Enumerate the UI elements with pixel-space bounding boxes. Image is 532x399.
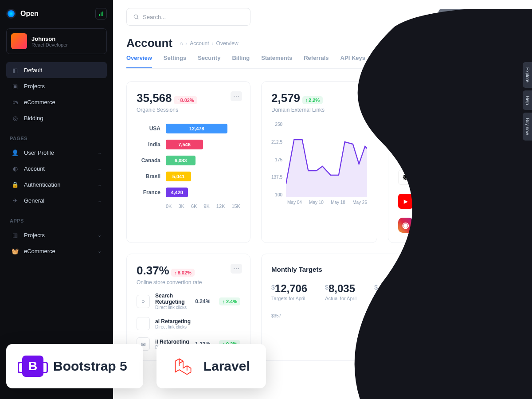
dribbble-icon: ⬤	[398, 122, 413, 137]
main-content: Search... + Invite Create App Account ⌂ …	[113, 0, 532, 399]
delta-badge: ↑ 0.2%	[487, 173, 509, 181]
tab-logs[interactable]: Logs	[377, 55, 391, 68]
target-metric: $8,035 Actual for April	[325, 282, 356, 301]
channel-icon: ○	[137, 295, 150, 308]
instagram-icon: ◉	[398, 218, 413, 233]
delta-badge: ↑ 2.2%	[302, 96, 323, 104]
nav-icon: 🔒	[12, 181, 19, 188]
youtube-icon: ▶	[398, 194, 413, 209]
rail-explore[interactable]: Explore	[523, 62, 532, 88]
card-menu-icon[interactable]: ⋯	[231, 264, 242, 274]
social-visits-card: ⋯ 5,037 ↑ 2.2% Visits by Social Networks…	[388, 81, 519, 243]
chevron-down-icon: ⌄	[98, 198, 102, 203]
conversion-row: al RetargetingDirect link clicks	[137, 317, 240, 330]
nav-icon: 🧺	[12, 247, 19, 254]
channel-icon	[137, 317, 150, 330]
calendar-icon: 🗓	[499, 266, 504, 272]
home-icon[interactable]: ⌂	[180, 40, 183, 47]
user-card[interactable]: Johnson React Developer	[6, 28, 107, 54]
search-input[interactable]: Search...	[126, 8, 250, 26]
bar-row: Brasil 5,041	[137, 172, 240, 181]
conversion-row: ○ Search RetargetingDirect link clicks 0…	[137, 293, 240, 310]
tab-referrals[interactable]: Referrals	[304, 55, 329, 68]
delta-badge: ↑ 8.02%	[174, 96, 197, 104]
delta-badge: ↑ 8.3%	[487, 221, 509, 229]
social-row-instagram[interactable]: ◉ InstagramSocial Network 1,458 ↑ 8.3%	[398, 218, 509, 233]
bar-row: India 7,546	[137, 140, 240, 149]
social-row-youtube[interactable]: ▶ YouTubeVideo Channel 978 ↑ 4.1%	[398, 194, 509, 209]
delta-badge: ↓ 0.4%	[487, 149, 509, 157]
rail-buy now[interactable]: Buy now	[523, 113, 532, 140]
logo-mark-icon	[6, 9, 16, 19]
sidebar-item-projects[interactable]: ▣ Projects	[6, 78, 107, 94]
sidebar-item-projects[interactable]: ▥ Projects ⌄	[6, 227, 107, 243]
chevron-down-icon: ⌄	[98, 182, 102, 188]
chevron-down-icon: ⌄	[98, 232, 102, 238]
social-row-dribbble[interactable]: ⬤ DribbbleCommunity 579 ↑ 2.6%	[398, 122, 509, 137]
invite-button[interactable]: + Invite	[438, 9, 474, 25]
chevron-down-icon: ⌄	[98, 248, 102, 254]
linked in-icon: in	[398, 146, 413, 161]
delta-badge: ↑ 2.2%	[429, 96, 450, 104]
tab-statements[interactable]: Statements	[261, 55, 292, 68]
bar-row: USA 12,478	[137, 124, 240, 133]
target-metric: $12,706 Targets for April	[271, 282, 307, 301]
organic-sessions-card: ⋯ 35,568 ↑ 8.02% Organic Sessions USA 12…	[126, 81, 250, 243]
sidebar-item-bidding[interactable]: ◎ Bidding	[6, 110, 107, 126]
svg-line-4	[137, 18, 138, 19]
sidebar-item-ecommerce[interactable]: 🛍 eCommerce	[6, 94, 107, 110]
rail-help[interactable]: Help	[523, 90, 532, 110]
date-range-picker[interactable]: 18 Jan 2023 - 16 Feb 2023 🗓	[434, 264, 509, 274]
laravel-icon	[172, 356, 194, 377]
sidebar-item-general[interactable]: ✈ General ⌄	[6, 192, 107, 208]
tab-api keys[interactable]: API Keys	[340, 55, 365, 68]
tab-settings[interactable]: Settings	[164, 55, 186, 68]
chevron-down-icon: ⌄	[98, 166, 102, 172]
create-app-button[interactable]: Create App	[478, 9, 519, 25]
sidebar-item-user profile[interactable]: 👤 User Profile ⌄	[6, 145, 107, 160]
card-menu-icon[interactable]: ⋯	[499, 91, 510, 101]
sidebar-item-ecommerce[interactable]: 🧺 eCommerce ⌄	[6, 243, 107, 259]
nav-icon: ▣	[12, 82, 19, 90]
sidebar-item-authentication[interactable]: 🔒 Authentication ⌄	[6, 176, 107, 192]
bar-row: France 4,420	[137, 188, 240, 197]
brand-logo[interactable]: Open	[6, 9, 39, 19]
svg-point-3	[134, 15, 137, 18]
slack-icon: ❋	[398, 170, 413, 185]
bootstrap-icon: B	[22, 356, 43, 377]
line-chart	[286, 122, 367, 197]
svg-rect-0	[99, 14, 100, 16]
tab-security[interactable]: Security	[198, 55, 220, 68]
framework-card-bs[interactable]: BBootstrap 5	[6, 344, 143, 388]
social-row-linked in[interactable]: in Linked InSocial Media 1,088 ↓ 0.4%	[398, 146, 509, 161]
tab-overview[interactable]: Overview	[126, 55, 152, 68]
breadcrumb: ⌂ › Account › Overview	[180, 40, 239, 47]
domain-links-card: ⋯ 2,579 ↑ 2.2% Domain External Links 250…	[261, 81, 377, 243]
avatar	[11, 33, 27, 49]
nav-icon: ✈	[12, 197, 19, 204]
card-menu-icon[interactable]: ⋯	[357, 91, 369, 101]
nav-icon: ▥	[12, 231, 19, 239]
brand-name: Open	[20, 10, 39, 18]
sidebar-item-account[interactable]: ◐ Account ⌄	[6, 160, 107, 176]
chart-toggle-icon[interactable]	[95, 8, 107, 20]
sidebar-item-default[interactable]: ◧ Default	[6, 62, 107, 78]
delta-badge: ↑ 4.1%	[487, 197, 509, 205]
bar-row: Canada 6,083	[137, 156, 240, 165]
delta-badge: ↑ 8.02%	[171, 269, 195, 277]
social-row-slack[interactable]: ❋ SlackMessanger 794 ↑ 0.2%	[398, 170, 509, 185]
plus-icon: +	[445, 13, 452, 20]
section-label: APPS	[10, 218, 103, 223]
sidebar: Open Johnson React Developer ◧ Default ▣…	[0, 0, 113, 399]
delta-badge: ↑ 2.6%	[487, 125, 509, 133]
svg-rect-1	[101, 12, 102, 16]
card-menu-icon[interactable]: ⋯	[231, 91, 242, 101]
page-title: Account	[126, 36, 172, 50]
target-metric: $4,684 ↑ 4.5% GAP	[374, 282, 427, 301]
framework-card-lv[interactable]: Laravel	[156, 344, 266, 388]
svg-rect-2	[102, 12, 103, 16]
tab-bar: OverviewSettingsSecurityBillingStatement…	[126, 55, 519, 69]
user-name: Johnson	[31, 35, 68, 42]
nav-icon: ◧	[12, 66, 19, 74]
tab-billing[interactable]: Billing	[232, 55, 250, 68]
